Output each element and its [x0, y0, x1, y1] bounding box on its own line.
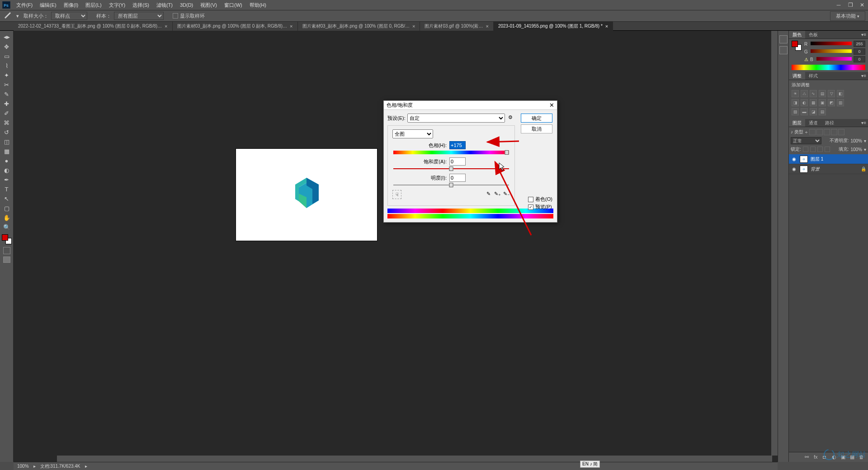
threshold-icon[interactable]: ▧: [792, 108, 799, 115]
horizontal-scrollbar[interactable]: [57, 456, 772, 462]
colorize-checkbox[interactable]: [528, 197, 533, 202]
filter-smart-icon[interactable]: [838, 129, 844, 135]
eyedropper-icon[interactable]: ✎: [485, 191, 492, 198]
gradient-map-icon[interactable]: ▬: [801, 108, 808, 115]
blur-tool[interactable]: ●: [1, 156, 12, 165]
heal-tool[interactable]: ✚: [1, 99, 12, 108]
close-tab-icon[interactable]: ×: [290, 24, 292, 29]
close-tab-icon[interactable]: ×: [605, 24, 608, 29]
preview-checkbox[interactable]: ✓: [528, 204, 533, 210]
preset-menu-icon[interactable]: ⚙: [507, 114, 514, 122]
lightness-slider[interactable]: [393, 183, 509, 187]
layers-panel-tab[interactable]: 图层: [789, 119, 805, 127]
sample-size-select[interactable]: 取样点: [51, 12, 87, 20]
cancel-button[interactable]: 取消: [521, 124, 552, 133]
close-tab-icon[interactable]: ×: [165, 24, 167, 29]
zoom-tool[interactable]: 🔍: [1, 223, 12, 232]
saturation-input[interactable]: [449, 157, 466, 166]
spectrum-ramp[interactable]: [792, 65, 865, 70]
selective-color-icon[interactable]: ◪: [810, 108, 817, 115]
eyedropper-plus-icon[interactable]: ✎₊: [494, 191, 501, 198]
close-window-button[interactable]: ✕: [856, 0, 868, 9]
photo-filter-icon[interactable]: ◐: [801, 99, 808, 106]
ok-button[interactable]: 确定: [521, 114, 552, 123]
eyedropper-minus-icon[interactable]: ✎₋: [503, 191, 510, 198]
lightness-input[interactable]: [449, 174, 466, 182]
g-slider[interactable]: [811, 49, 852, 54]
eraser-tool[interactable]: ◫: [1, 137, 12, 146]
dialog-close-button[interactable]: ✕: [549, 102, 554, 109]
document-tab[interactable]: 图片素材03_副本_副本.png @ 100% (图层 0, RGB/…×: [298, 22, 420, 31]
saturation-slider[interactable]: [393, 166, 509, 171]
more-adjust-icon[interactable]: ▤: [819, 108, 826, 115]
visibility-toggle-icon[interactable]: ◉: [791, 166, 797, 171]
properties-panel-icon[interactable]: [779, 46, 788, 54]
path-tool[interactable]: ↖: [1, 194, 12, 203]
menu-file[interactable]: 文件(F): [13, 0, 36, 10]
fill-value[interactable]: 100%: [850, 147, 862, 152]
targeted-adjust-icon[interactable]: ☟: [392, 190, 401, 199]
layer-row[interactable]: ◉ o 背景 🔒: [789, 164, 868, 174]
menu-layer[interactable]: 图层(L): [82, 0, 105, 10]
adjustments-panel-tab[interactable]: 调整: [789, 72, 805, 80]
levels-adjust-icon[interactable]: ⧍: [801, 90, 808, 97]
close-tab-icon[interactable]: ×: [412, 24, 415, 29]
preset-select[interactable]: 自定: [407, 114, 505, 123]
shape-tool[interactable]: ▢: [1, 204, 12, 213]
hue-input[interactable]: [449, 141, 466, 149]
close-tab-icon[interactable]: ×: [486, 24, 488, 29]
menu-filter[interactable]: 滤镜(T): [153, 0, 176, 10]
brightness-adjust-icon[interactable]: ☀: [792, 90, 799, 97]
gradient-tool[interactable]: ▦: [1, 147, 12, 156]
b-value[interactable]: 0: [854, 56, 865, 62]
toolbox-collapse-icon[interactable]: ◀▶: [1, 33, 12, 42]
filter-pixel-icon[interactable]: [809, 129, 816, 135]
document-tab-active[interactable]: 2023-01-09_141955.png @ 100% (图层 1, RGB/…: [494, 22, 613, 31]
history-panel-icon[interactable]: [779, 35, 788, 43]
paths-panel-tab[interactable]: 路径: [821, 119, 838, 127]
r-slider[interactable]: [811, 42, 852, 46]
zoom-level[interactable]: 100%: [17, 464, 29, 469]
layer-fx-icon[interactable]: fx: [814, 454, 820, 461]
color-panel-tab[interactable]: 颜色: [789, 31, 805, 38]
document-tab[interactable]: 2022-12-02_143733_看图王_副本.png @ 100% (图层 …: [14, 22, 173, 31]
ime-indicator[interactable]: EN ♪ 简: [580, 461, 600, 468]
layer-name[interactable]: 背景: [811, 166, 820, 172]
document-info[interactable]: 文档:311.7K/623.4K: [40, 463, 80, 470]
channel-mixer-icon[interactable]: ▦: [810, 99, 817, 106]
foreground-background-swatch[interactable]: [1, 234, 12, 245]
vertical-scrollbar[interactable]: [771, 31, 778, 456]
workspace-switcher[interactable]: 基本功能 ▾: [830, 11, 865, 21]
posterize-icon[interactable]: ▥: [837, 99, 844, 106]
marquee-tool[interactable]: ▭: [1, 52, 12, 61]
filter-adjust-icon[interactable]: [816, 129, 823, 135]
crop-tool[interactable]: ✂: [1, 80, 12, 89]
pen-tool[interactable]: ✒: [1, 175, 12, 184]
color-panel-swatch[interactable]: [792, 41, 802, 51]
quickmask-toggle[interactable]: [3, 247, 10, 254]
invert-adjust-icon[interactable]: ◩: [828, 99, 835, 106]
dodge-tool[interactable]: ◐: [1, 166, 12, 175]
hue-adjust-icon[interactable]: ◧: [837, 90, 844, 97]
panel-menu-icon[interactable]: ▾≡: [859, 72, 868, 80]
minimize-button[interactable]: ─: [833, 0, 844, 9]
filter-type-icon[interactable]: [824, 129, 830, 135]
sample-scope-select[interactable]: 所有图层: [114, 12, 164, 20]
styles-panel-tab[interactable]: 样式: [805, 72, 821, 80]
menu-edit[interactable]: 编辑(E): [36, 0, 60, 10]
move-tool[interactable]: ✥: [1, 42, 12, 51]
scope-select[interactable]: 全图: [392, 129, 433, 138]
history-brush-tool[interactable]: ↺: [1, 128, 12, 137]
lock-position-icon[interactable]: [817, 147, 823, 152]
layer-name[interactable]: 图层 1: [811, 156, 823, 162]
b-slider[interactable]: [816, 57, 852, 62]
menu-view[interactable]: 视图(V): [197, 0, 221, 10]
menu-3d[interactable]: 3D(D): [176, 0, 197, 10]
vibrance-adjust-icon[interactable]: ▽: [828, 90, 835, 97]
swatches-panel-tab[interactable]: 色板: [805, 31, 821, 38]
wand-tool[interactable]: ✦: [1, 71, 12, 80]
bw-adjust-icon[interactable]: ◨: [792, 99, 799, 106]
color-lookup-icon[interactable]: ▣: [819, 99, 826, 106]
channels-panel-tab[interactable]: 通道: [805, 119, 821, 127]
lock-all-icon[interactable]: [825, 147, 830, 152]
